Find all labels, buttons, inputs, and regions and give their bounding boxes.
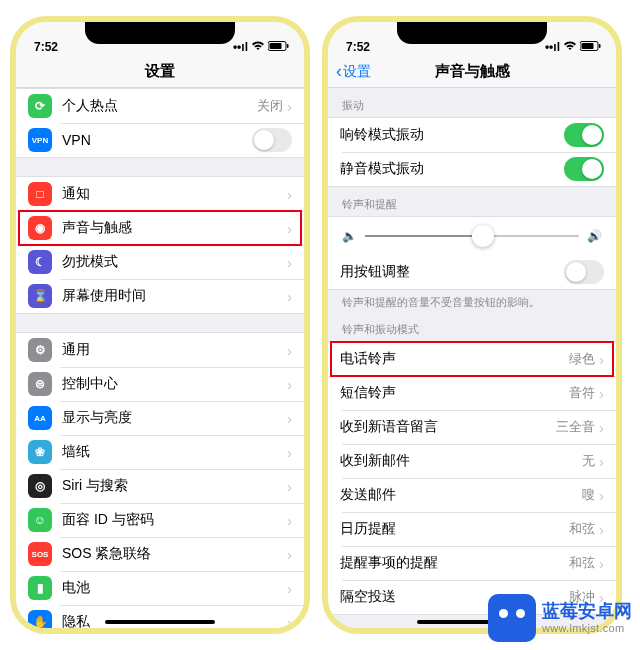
row-label: 勿扰模式 [62, 253, 287, 271]
speaker-high-icon: 🔊 [587, 229, 602, 243]
sounds-row[interactable]: 收到新邮件无› [328, 444, 616, 478]
notch [397, 22, 547, 44]
row-value: 三全音 [556, 418, 595, 436]
row-label: 声音与触感 [62, 219, 287, 237]
sounds-row[interactable]: 日历提醒和弦› [328, 512, 616, 546]
battery-icon: ▮ [28, 576, 52, 600]
wallpaper-icon: ❀ [28, 440, 52, 464]
sounds-row[interactable]: 电话铃声绿色› [328, 342, 616, 376]
sounds-row[interactable]: 提醒事项的提醒和弦› [328, 546, 616, 580]
row-label: 短信铃声 [340, 384, 569, 402]
chevron-left-icon: ‹ [336, 61, 342, 82]
row-label: 静音模式振动 [340, 160, 564, 178]
toggle-switch[interactable] [564, 260, 604, 284]
back-button[interactable]: ‹ 设置 [336, 61, 371, 82]
navbar-settings: 设置 [16, 56, 304, 88]
control-center-icon: ⊜ [28, 372, 52, 396]
row-label: Siri 与搜索 [62, 477, 287, 495]
settings-row[interactable]: ⌛屏幕使用时间› [16, 279, 304, 313]
row-value: 音符 [569, 384, 595, 402]
chevron-right-icon: › [287, 512, 292, 529]
notch [85, 22, 235, 44]
chevron-right-icon: › [287, 342, 292, 359]
settings-row[interactable]: ⚙通用› [16, 333, 304, 367]
chevron-right-icon: › [287, 444, 292, 461]
row-label: 墙纸 [62, 443, 287, 461]
toggle-switch[interactable] [564, 157, 604, 181]
watermark-url: www.lmkjst.com [542, 622, 632, 634]
row-label: 提醒事项的提醒 [340, 554, 569, 572]
sounds-row[interactable]: 响铃模式振动 [328, 118, 616, 152]
home-indicator[interactable] [105, 620, 215, 624]
volume-note: 铃声和提醒的音量不受音量按钮的影响。 [328, 290, 616, 312]
chevron-right-icon: › [599, 555, 604, 572]
row-label: 收到新邮件 [340, 452, 582, 470]
settings-row[interactable]: ⊜控制中心› [16, 367, 304, 401]
settings-row[interactable]: AA显示与亮度› [16, 401, 304, 435]
settings-row[interactable]: ◎Siri 与搜索› [16, 469, 304, 503]
toggle-switch[interactable] [252, 128, 292, 152]
row-label: 响铃模式振动 [340, 126, 564, 144]
sounds-row[interactable]: 发送邮件嗖› [328, 478, 616, 512]
slider-thumb[interactable] [472, 225, 494, 247]
settings-row[interactable]: □通知› [16, 177, 304, 211]
battery-icon [580, 40, 602, 54]
section-label-patterns: 铃声和振动模式 [328, 312, 616, 341]
chevron-right-icon: › [599, 385, 604, 402]
sos-icon: SOS [28, 542, 52, 566]
page-title: 声音与触感 [435, 62, 510, 81]
svg-rect-4 [582, 43, 594, 49]
settings-row[interactable]: ◉声音与触感› [16, 211, 304, 245]
signal-icon: ••ıl [233, 40, 248, 54]
settings-row[interactable]: ❀墙纸› [16, 435, 304, 469]
chevron-right-icon: › [599, 453, 604, 470]
row-label: 收到新语音留言 [340, 418, 556, 436]
svg-rect-2 [287, 44, 289, 48]
sounds-icon: ◉ [28, 216, 52, 240]
watermark: 蓝莓安卓网 www.lmkjst.com [488, 594, 632, 642]
volume-slider[interactable]: 🔈🔊 [328, 217, 616, 255]
section-label-ringer: 铃声和提醒 [328, 187, 616, 216]
sounds-row[interactable]: 静音模式振动 [328, 152, 616, 186]
settings-row[interactable]: ☾勿扰模式› [16, 245, 304, 279]
slider-track[interactable] [365, 235, 579, 237]
row-label: 显示与亮度 [62, 409, 287, 427]
row-label: 通知 [62, 185, 287, 203]
back-label: 设置 [343, 63, 371, 81]
faceid-icon: ☺ [28, 508, 52, 532]
chevron-right-icon: › [287, 186, 292, 203]
row-label: 通用 [62, 341, 287, 359]
settings-list[interactable]: ⟳个人热点关闭›VPNVPN□通知›◉声音与触感›☾勿扰模式›⌛屏幕使用时间›⚙… [16, 88, 304, 628]
sounds-row[interactable]: 收到新语音留言三全音› [328, 410, 616, 444]
sounds-list[interactable]: 振动响铃模式振动静音模式振动铃声和提醒🔈🔊用按钮调整铃声和提醒的音量不受音量按钮… [328, 88, 616, 628]
toggle-switch[interactable] [564, 123, 604, 147]
row-label: 控制中心 [62, 375, 287, 393]
dnd-icon: ☾ [28, 250, 52, 274]
chevron-right-icon: › [599, 487, 604, 504]
speaker-low-icon: 🔈 [342, 229, 357, 243]
privacy-icon: ✋ [28, 610, 52, 628]
chevron-right-icon: › [599, 521, 604, 538]
row-label: 电池 [62, 579, 287, 597]
sounds-row[interactable]: 用按钮调整 [328, 255, 616, 289]
page-title: 设置 [145, 62, 175, 81]
row-label: 电话铃声 [340, 350, 569, 368]
chevron-right-icon: › [287, 478, 292, 495]
phone-left-settings: 7:52 ••ıl 设置 ⟳个人热点关闭›VPNVPN□通知›◉声音与触感›☾勿… [10, 16, 310, 634]
row-value: 嗖 [582, 486, 595, 504]
chevron-right-icon: › [287, 410, 292, 427]
siri-icon: ◎ [28, 474, 52, 498]
row-value: 和弦 [569, 520, 595, 538]
settings-row[interactable]: ☺面容 ID 与密码› [16, 503, 304, 537]
sounds-row[interactable]: 短信铃声音符› [328, 376, 616, 410]
chevron-right-icon: › [599, 351, 604, 368]
settings-row[interactable]: ▮电池› [16, 571, 304, 605]
settings-row[interactable]: ⟳个人热点关闭› [16, 89, 304, 123]
settings-row[interactable]: SOSSOS 紧急联络› [16, 537, 304, 571]
settings-row[interactable]: VPNVPN [16, 123, 304, 157]
settings-row[interactable]: ✋隐私› [16, 605, 304, 628]
svg-rect-1 [270, 43, 282, 49]
row-value: 无 [582, 452, 595, 470]
general-icon: ⚙ [28, 338, 52, 362]
chevron-right-icon: › [287, 614, 292, 629]
